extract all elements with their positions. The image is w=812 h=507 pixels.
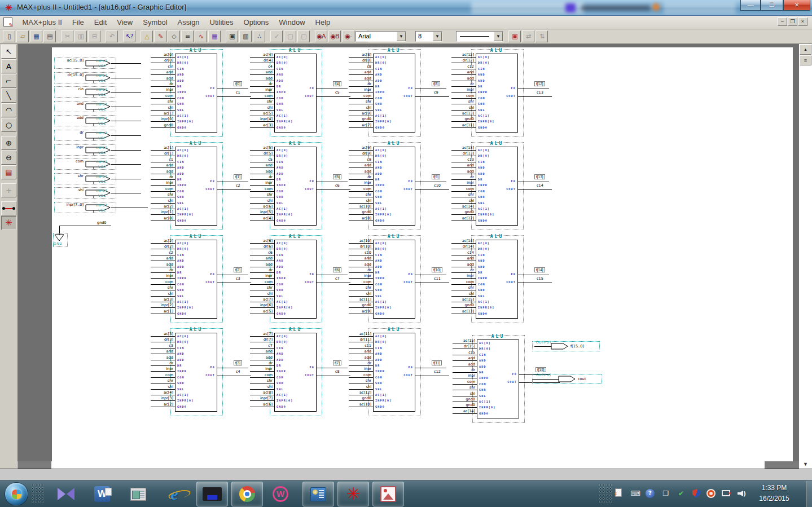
menu-assign[interactable]: Assign: [173, 16, 205, 27]
context-help-icon[interactable]: ↖?: [123, 30, 135, 42]
menu-utilities[interactable]: Utilities: [205, 16, 239, 27]
tray-document-flash[interactable]: [615, 488, 625, 499]
menu-edit[interactable]: Edit: [89, 16, 112, 27]
alu-symbol-3[interactable]: ALUac[3]AC[0]dr[3]DR[0]c3CINandANDaddADD…: [151, 327, 264, 418]
hscroll-thumb[interactable]: [17, 461, 51, 469]
waveform-editor-icon[interactable]: ∿: [195, 30, 207, 42]
chevron-down-icon[interactable]: ▼: [433, 32, 442, 41]
taskbar-app-wampserver[interactable]: W: [266, 482, 295, 506]
alu-symbol-8[interactable]: ALUac[8]AC[0]dr[8]DR[0]c8CINandANDaddADD…: [349, 48, 462, 139]
simulator-icon[interactable]: ▥: [239, 30, 252, 42]
alu-symbol-1[interactable]: ALUac[1]AC[0]dr[1]DR[0]c1CINandANDaddADD…: [151, 141, 264, 232]
menu-max-plus-ii[interactable]: MAX+plus II: [17, 16, 67, 27]
alu-symbol-11[interactable]: ALUac[11]AC[0]dr[11]DR[0]c11CINandANDadd…: [349, 327, 462, 418]
text-tool[interactable]: A: [1, 59, 16, 73]
new-page-icon[interactable]: ▯: [3, 30, 15, 42]
tray-recording-app[interactable]: [706, 488, 717, 499]
menu-symbol[interactable]: Symbol: [138, 16, 172, 27]
smart-recompile-tool[interactable]: ✳: [1, 216, 16, 230]
alu-symbol-10[interactable]: ALUac[10]AC[0]dr[10]DR[0]c10CINandANDadd…: [349, 234, 462, 325]
alu-title: ALU: [175, 141, 217, 146]
hierarchy-pyramid-icon[interactable]: △: [141, 30, 153, 42]
taskbar-app-chrome[interactable]: [231, 482, 263, 506]
alu-input-wire: [349, 383, 373, 383]
tray-volume[interactable]: [737, 488, 747, 499]
chevron-down-icon[interactable]: ▼: [397, 32, 406, 41]
menu-window[interactable]: Window: [274, 16, 310, 27]
horizontal-scrollbar[interactable]: [0, 461, 799, 469]
taskbar-clock[interactable]: 1:33 PM 16/2/2015: [749, 483, 800, 504]
taskbar-app-system-window[interactable]: [124, 482, 152, 506]
alu-symbol-7[interactable]: ALUac[7]AC[0]dr[7]DR[0]c7CINandANDaddADD…: [250, 327, 363, 418]
taskbar-app-internet-explorer[interactable]: e: [160, 482, 188, 506]
compiler-icon[interactable]: ▣: [226, 30, 238, 42]
start-button[interactable]: [5, 482, 28, 506]
taskbar-app-image-viewer[interactable]: [372, 482, 404, 506]
arc-tool[interactable]: ◠: [1, 103, 16, 117]
rubberband-line-tool[interactable]: [1, 201, 16, 215]
scroll-lines-icon[interactable]: ≡: [800, 55, 811, 65]
find-replace-eye-icon[interactable]: ◉B: [328, 30, 341, 42]
mdi-restore-button[interactable]: ❒: [788, 17, 797, 26]
chevron-down-icon[interactable]: ▼: [494, 32, 503, 41]
floorplan-editor-icon[interactable]: ▦: [208, 30, 221, 42]
close-button[interactable]: ×: [783, 0, 810, 11]
show-desktop-button[interactable]: [806, 480, 812, 507]
menu-file[interactable]: File: [67, 16, 89, 27]
taskbar-app-printer-app[interactable]: [196, 482, 228, 506]
alu-symbol-9[interactable]: ALUac[9]AC[0]dr[9]DR[0]c9CINandANDaddADD…: [349, 141, 462, 232]
mdi-close-button[interactable]: ×: [798, 17, 807, 26]
minimize-button[interactable]: —: [740, 0, 761, 11]
alu-symbol-14[interactable]: ALUac[14]AC[0]dr[14]DR[0]c14CINandANDadd…: [451, 234, 564, 325]
hscroll-right-thumb[interactable]: [765, 461, 799, 469]
mdi-minimize-button[interactable]: –: [778, 17, 787, 26]
orthogonal-line-tool[interactable]: ⌐: [1, 74, 16, 88]
alu-symbol-12[interactable]: ALUac[12]AC[0]dr[12]DR[0]c12CINandANDadd…: [451, 48, 564, 139]
tray-restore-window[interactable]: ❒: [661, 488, 671, 499]
menu-options[interactable]: Options: [239, 16, 274, 27]
alu-symbol-4[interactable]: ALUac[4]AC[0]dr[4]DR[0]c4CINandANDaddADD…: [250, 48, 363, 139]
hscroll-left-button[interactable]: [0, 461, 17, 469]
taskbar-app-system-monitor[interactable]: [302, 482, 334, 506]
print-icon[interactable]: ▤: [43, 30, 56, 42]
taskbar-app-word[interactable]: W: [88, 482, 116, 506]
graphic-editor-icon[interactable]: ✎: [154, 30, 166, 42]
find-text-eye-icon[interactable]: ◉A: [315, 30, 327, 42]
alu-symbol-2[interactable]: ALUac[2]AC[0]dr[2]DR[0]c2CINandANDaddADD…: [151, 234, 264, 325]
maximize-button[interactable]: ❒: [761, 0, 783, 11]
taskbar-app-kmplayer[interactable]: [52, 482, 80, 506]
font-combo[interactable]: Arial ▼: [355, 31, 406, 42]
save-floppy-icon[interactable]: ▦: [30, 30, 42, 42]
find-node-eye-icon[interactable]: ◉-: [342, 30, 354, 42]
scroll-up-icon[interactable]: ▲: [800, 45, 811, 55]
line-style-combo[interactable]: ▼: [456, 31, 503, 42]
symbol-editor-icon[interactable]: ◇: [168, 30, 180, 42]
zoom-out-tool[interactable]: ⊖: [1, 151, 16, 165]
tray-security-shield[interactable]: [691, 488, 701, 499]
diagonal-line-tool[interactable]: ╲: [1, 89, 16, 103]
taskbar-app-maxplus-ii[interactable]: ✳: [337, 482, 369, 506]
tray-usb-eject[interactable]: ✔: [676, 488, 686, 499]
fit-in-window-tool[interactable]: ▤: [1, 165, 16, 179]
hierarchy-tree-icon[interactable]: ∴: [253, 30, 265, 42]
symbol-outline-icon[interactable]: ▣: [508, 30, 521, 42]
tray-network-error[interactable]: [722, 488, 732, 499]
alu-symbol-0[interactable]: ALUac[0]AC[0]dr[0]DR[0]cinCINandANDaddAD…: [151, 48, 264, 139]
tray-help-circle[interactable]: ?: [646, 488, 656, 499]
menu-view[interactable]: View: [112, 16, 138, 27]
editor-canvas[interactable]: ac[15..0]INPUTVCCdr[15..0]INPUTVCCcinINP…: [17, 44, 799, 461]
text-editor-icon[interactable]: ≡: [181, 30, 194, 42]
font-size-combo[interactable]: 8 ▼: [415, 31, 442, 42]
open-folder-icon[interactable]: ▱: [16, 30, 29, 42]
schematic-page[interactable]: ac[15..0]INPUTVCCdr[15..0]INPUTVCCcinINP…: [52, 47, 793, 461]
selection-pointer-tool[interactable]: ↖: [1, 45, 16, 59]
tray-keyboard[interactable]: ⌨: [630, 488, 640, 499]
alu-symbol-6[interactable]: ALUac[6]AC[0]dr[6]DR[0]c6CINandANDaddADD…: [250, 234, 363, 325]
zoom-in-tool[interactable]: ⊕: [1, 136, 16, 150]
alu-symbol-13[interactable]: ALUac[13]AC[0]dr[13]DR[0]c13CINandANDadd…: [451, 141, 564, 232]
menu-help[interactable]: Help: [310, 16, 336, 27]
vertical-scrollbar[interactable]: ▲ ≡: [799, 44, 812, 461]
alu-symbol-5[interactable]: ALUac[5]AC[0]dr[5]DR[0]c5CINandANDaddADD…: [250, 141, 363, 232]
scroll-down-icon[interactable]: ▼: [799, 460, 812, 469]
circle-tool[interactable]: ○: [1, 118, 16, 132]
